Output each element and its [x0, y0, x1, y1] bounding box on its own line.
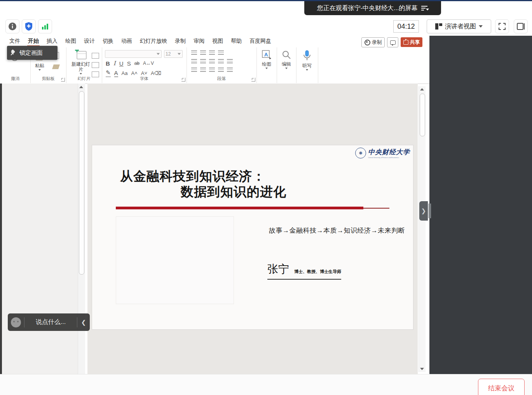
meeting-network-button[interactable] — [38, 19, 52, 33]
new-slide-button[interactable]: 新建幻灯片 — [70, 50, 92, 75]
slide-layout-icon — [92, 71, 99, 77]
paragraph-format-icon[interactable] — [209, 59, 215, 64]
shrink-font-icon[interactable]: A˅ — [141, 70, 147, 76]
sidebar-toggle-button[interactable] — [514, 19, 528, 33]
strikethrough-icon[interactable]: ab — [134, 61, 140, 66]
slide-area-scrollbar[interactable] — [419, 86, 426, 372]
university-emblem-icon: ❋ — [355, 148, 366, 158]
paragraph-format-icon[interactable] — [209, 50, 215, 55]
dictate-mic-icon — [302, 50, 312, 61]
paragraph-format-icon[interactable] — [218, 59, 224, 64]
bold-icon[interactable]: B — [106, 60, 110, 67]
meeting-window: 您正在观看张宁-中央财经大...的屏幕 04:12 演讲者视图 — [0, 0, 532, 395]
end-meeting-button[interactable]: 结束会议 — [478, 379, 525, 395]
clear-format-icon[interactable]: A⌫ — [151, 70, 161, 76]
slide-title-line1: 从金融科技到知识经济： — [120, 168, 265, 185]
paragraph-format-icon[interactable] — [227, 59, 233, 64]
comment-icon — [390, 40, 396, 45]
slide-canvas[interactable]: ❋ 中央财经大学 Central University of Finance a… — [92, 145, 413, 329]
chat-collapse-button[interactable]: ❮ — [77, 319, 90, 326]
ribbon-group: 听写 — [296, 47, 318, 83]
sidebar-resize-grip[interactable] — [428, 204, 432, 218]
menu-tab-帮助[interactable]: 帮助 — [227, 36, 246, 47]
info-icon — [8, 22, 17, 31]
ppt-comment-button[interactable] — [387, 37, 398, 47]
shadow-icon[interactable]: S — [127, 60, 131, 67]
ribbon-group-label: 撤消 — [0, 76, 30, 82]
format-painter-icon — [52, 64, 60, 69]
slide-title-line2: 数据到知识的进化 — [181, 183, 286, 201]
menu-tab-动画[interactable]: 动画 — [117, 36, 136, 47]
draw-button[interactable]: A绘图 — [258, 50, 276, 69]
underline-icon[interactable]: U — [119, 60, 124, 67]
paragraph-format-icon[interactable] — [191, 50, 197, 55]
dictate-button[interactable]: 听写 — [297, 50, 317, 71]
paragraph-format-icon[interactable] — [191, 59, 197, 64]
paragraph-format-icon[interactable] — [227, 68, 233, 72]
lock-screen-label: 锁定画面 — [19, 49, 43, 57]
scroll-up-icon[interactable] — [79, 86, 83, 88]
font-color-icon[interactable]: A — [114, 70, 118, 77]
change-case-icon[interactable]: Aa — [122, 70, 128, 76]
network-signal-icon — [41, 23, 49, 30]
menu-tab-审阅[interactable]: 审阅 — [190, 36, 208, 47]
fullscreen-button[interactable] — [495, 19, 509, 33]
grow-font-icon[interactable]: A˄ — [131, 70, 138, 76]
paragraph-format-icon[interactable] — [200, 50, 206, 55]
banner-menu-icon[interactable] — [421, 5, 428, 11]
paragraph-format-icon[interactable] — [209, 68, 215, 72]
chevron-down-icon — [479, 25, 483, 28]
menu-tab-录制[interactable]: 录制 — [171, 36, 190, 47]
lock-screen-tooltip[interactable]: 锁定画面 — [7, 46, 58, 60]
draw-icon: A — [262, 50, 272, 60]
ppt-record-label: 录制 — [372, 39, 382, 46]
edit-button[interactable]: 编辑 — [278, 50, 295, 69]
speaker-name: 张宁 — [267, 262, 289, 277]
paragraph-format-icon[interactable] — [200, 68, 206, 72]
speaker-divider — [267, 279, 341, 280]
scrollbar-thumb[interactable] — [420, 94, 425, 136]
font-name-combo[interactable] — [105, 50, 162, 58]
menu-tab-幻灯片放映[interactable]: 幻灯片放映 — [136, 36, 171, 47]
chat-placeholder[interactable]: 说点什么... — [24, 318, 77, 326]
meeting-bottom-toolbar: 结束会议 — [0, 374, 532, 395]
emoji-icon[interactable] — [11, 317, 21, 327]
dialog-launcher-icon[interactable] — [181, 78, 185, 82]
scroll-up-icon[interactable] — [420, 88, 424, 90]
slide-editing-area: ❋ 中央财经大学 Central University of Finance a… — [87, 84, 418, 374]
menu-tab-百度网盘[interactable]: 百度网盘 — [246, 36, 275, 47]
menu-tab-视图[interactable]: 视图 — [208, 36, 227, 47]
ppt-share-button[interactable]: 共享 — [401, 37, 422, 47]
view-mode-dropdown[interactable]: 演讲者视图 — [427, 19, 491, 33]
papers-table — [116, 217, 234, 304]
menu-tab-切换[interactable]: 切换 — [99, 36, 117, 47]
shield-plus-icon — [24, 22, 33, 31]
menu-tab-绘图[interactable]: 绘图 — [61, 36, 80, 47]
highlight-color-icon[interactable]: ✎ — [106, 69, 111, 77]
ribbon-group: 编辑 — [277, 47, 297, 83]
paragraph-format-icon[interactable] — [218, 68, 224, 72]
watching-banner[interactable]: 您正在观看张宁-中央财经大...的屏幕 — [304, 1, 441, 15]
font-size-combo[interactable]: 12 — [164, 50, 183, 58]
scrollbar-thumb[interactable] — [79, 91, 84, 275]
meeting-security-button[interactable] — [22, 19, 36, 33]
paragraph-format-icon[interactable] — [218, 50, 224, 55]
italic-icon[interactable]: I — [113, 60, 116, 67]
svg-text:A: A — [264, 52, 268, 57]
dialog-launcher-icon[interactable] — [61, 78, 65, 82]
scroll-down-icon[interactable] — [420, 368, 424, 370]
ppt-record-button[interactable]: 录制 — [361, 37, 385, 47]
sidebar-collapse-handle[interactable]: ❯ — [419, 201, 428, 221]
record-dot-icon — [365, 40, 370, 45]
meeting-info-button[interactable] — [5, 19, 19, 33]
flow-text: 故事→金融科技→本质→知识经济→未来判断 — [269, 226, 405, 235]
char-spacing-icon[interactable]: A↔V — [143, 61, 154, 66]
menu-tab-设计[interactable]: 设计 — [80, 36, 99, 47]
chat-quick-input[interactable]: 说点什么... ❮ — [8, 313, 90, 331]
paragraph-format-icon[interactable] — [191, 68, 197, 72]
meeting-top-controls: 04:12 演讲者视图 — [0, 16, 532, 36]
window-left-edge — [0, 84, 2, 374]
paragraph-format-icon[interactable] — [200, 59, 206, 64]
university-logo: ❋ 中央财经大学 Central University of Finance a… — [355, 148, 410, 158]
dialog-launcher-icon[interactable] — [251, 78, 255, 82]
